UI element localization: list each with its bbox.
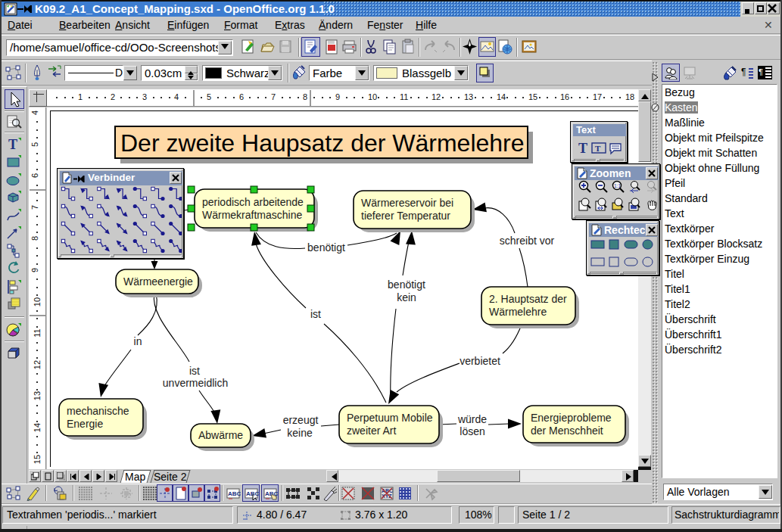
svg-text:¶: ¶ <box>759 67 763 76</box>
svg-text:Perpetuum Mobile: Perpetuum Mobile <box>347 412 433 424</box>
svg-text:erzeugt: erzeugt <box>283 414 319 426</box>
svg-text:T: T <box>578 141 587 156</box>
svg-text:verbietet: verbietet <box>460 355 500 367</box>
svg-text:periodisch arbeitende: periodisch arbeitende <box>202 196 304 208</box>
svg-text:Energie: Energie <box>67 418 103 430</box>
svg-text:Der zweite Haupsatz der Wärmel: Der zweite Haupsatz der Wärmelehre <box>120 129 525 157</box>
svg-text:ist: ist <box>310 308 321 320</box>
svg-text:lösen: lösen <box>460 425 484 437</box>
svg-text:Wärmeenergie: Wärmeenergie <box>123 275 193 288</box>
svg-text:der Menschheit: der Menschheit <box>531 425 603 437</box>
svg-text:mechanische: mechanische <box>67 405 129 417</box>
svg-text:tieferer Temperatur: tieferer Temperatur <box>361 210 450 222</box>
svg-text:benötigt: benötigt <box>388 278 425 291</box>
svg-text:unvermeidlich: unvermeidlich <box>163 377 228 389</box>
svg-text:T: T <box>595 144 601 153</box>
svg-text:Wärmereservoir bei: Wärmereservoir bei <box>361 197 453 209</box>
svg-text:zweiter Art: zweiter Art <box>347 425 396 437</box>
svg-text:benötigt: benötigt <box>307 241 345 254</box>
svg-text:T: T <box>8 137 17 152</box>
svg-text:ABC: ABC <box>228 490 241 497</box>
svg-text:Energieprobleme: Energieprobleme <box>531 412 612 424</box>
svg-text:in: in <box>134 335 142 347</box>
svg-text:¶: ¶ <box>741 67 746 77</box>
svg-text:1:1: 1:1 <box>614 183 621 188</box>
svg-text:Wärmelehre: Wärmelehre <box>489 306 547 318</box>
svg-text:kein: kein <box>397 291 416 303</box>
svg-text:keine: keine <box>287 427 313 439</box>
svg-text:würde: würde <box>457 413 487 425</box>
svg-text:ist: ist <box>189 365 200 377</box>
svg-text:Wärmekraftmaschine: Wärmekraftmaschine <box>202 209 302 221</box>
svg-text:2. Hauptsatz der: 2. Hauptsatz der <box>489 293 567 305</box>
svg-text:schreibt vor: schreibt vor <box>500 235 555 247</box>
svg-text:Abwärme: Abwärme <box>198 429 243 441</box>
